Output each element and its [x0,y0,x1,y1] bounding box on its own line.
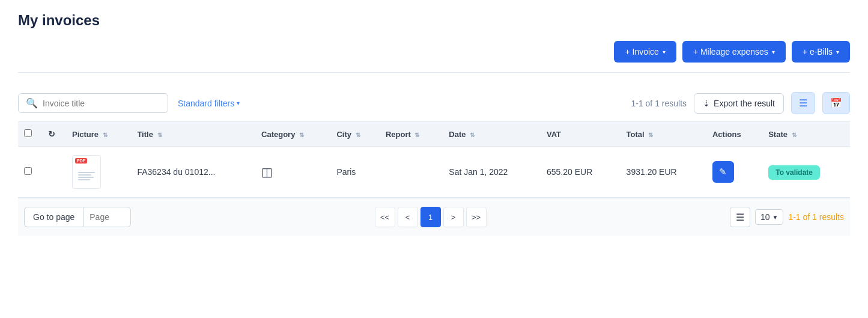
row-total: 3931.20 EUR [627,167,677,177]
state-header: State ⇅ [762,122,850,147]
title-header: Title ⇅ [131,122,255,147]
actions-header: Actions [706,122,762,147]
row-report-cell [380,147,443,198]
total-sort-icon[interactable]: ⇅ [648,132,653,138]
page-title: My invoices [18,12,850,29]
download-icon: ⇣ [703,99,710,108]
row-date-cell: Sat Jan 1, 2022 [443,147,541,198]
last-page-label: >> [472,213,481,222]
city-sort-icon[interactable]: ⇅ [356,132,360,138]
date-sort-icon[interactable]: ⇅ [470,132,475,138]
first-page-button[interactable]: << [375,207,395,227]
pagination-list-icon-button[interactable]: ☰ [730,207,750,227]
row-checkbox-cell [18,147,42,198]
page-number-input[interactable] [83,207,131,227]
go-to-page-label: Go to page [33,212,74,222]
table-header-row: ↻ Picture ⇅ Title ⇅ Category ⇅ City ⇅ [18,122,850,147]
export-button[interactable]: ⇣ Export the result [694,93,784,114]
pagination-center: << < 1 > >> [131,207,730,227]
filter-bar: 🔍 Standard filters ▾ 1-1 of 1 results ⇣ … [18,85,850,122]
next-page-button[interactable]: > [443,207,464,227]
add-invoice-button[interactable]: + Invoice ▾ [614,41,676,63]
per-page-value: 10 [760,212,770,222]
search-icon: 🔍 [26,97,38,109]
invoice-arrow: ▾ [663,49,666,55]
row-picture-cell: PDF [66,147,131,198]
pagination-right: ☰ 10 ▼ 1-1 of 1 results [730,207,844,227]
add-mileage-button[interactable]: + Mileage expenses ▾ [682,41,786,63]
results-count-top: 1-1 of 1 results [631,99,687,108]
select-all-checkbox[interactable] [24,129,32,137]
vat-header: VAT [541,122,621,147]
last-page-button[interactable]: >> [466,207,487,227]
go-to-page-section: Go to page [24,207,131,227]
edit-icon: ✎ [719,167,727,177]
pdf-line-4 [78,179,90,180]
add-ebills-button[interactable]: + e-Bills ▾ [792,41,850,63]
list-view-icon: ☰ [799,97,807,109]
pdf-label: PDF [75,158,87,164]
row-category-cell: ◫ [255,147,330,198]
picture-sort-icon[interactable]: ⇅ [103,132,108,138]
filter-link-label: Standard filters [178,99,234,108]
page-container: My invoices + Invoice ▾ + Mileage expens… [0,0,868,318]
monitor-icon: ◫ [261,165,273,179]
search-box: 🔍 [18,93,168,113]
row-empty-cell [42,147,66,198]
picture-header: Picture ⇅ [66,122,131,147]
search-input[interactable] [43,99,160,108]
total-header: Total ⇅ [621,122,706,147]
pagination-list-icon: ☰ [736,212,744,223]
table-row: PDF FA36234 du 01012... [18,147,850,198]
state-badge: To validate [768,165,820,180]
calendar-view-icon: 📅 [830,97,842,109]
filter-link-arrow: ▾ [237,100,240,106]
standard-filters-link[interactable]: Standard filters ▾ [178,99,240,108]
ebills-label: + e-Bills [803,47,833,57]
list-view-button[interactable]: ☰ [791,92,815,114]
current-page-label: 1 [428,213,432,222]
per-page-select[interactable]: 10 ▼ [755,209,783,225]
row-city: Paris [336,167,356,177]
row-date: Sat Jan 1, 2022 [449,167,508,177]
prev-page-label: < [405,213,410,222]
pdf-thumbnail: PDF [72,155,101,189]
checkbox-header [18,122,42,147]
mileage-label: + Mileage expenses [693,47,768,57]
category-header: Category ⇅ [255,122,330,147]
first-page-label: << [380,213,389,222]
row-state-cell: To validate [762,147,850,198]
per-page-arrow: ▼ [772,214,778,221]
row-checkbox[interactable] [24,167,32,175]
category-sort-icon[interactable]: ⇅ [299,132,304,138]
calendar-view-button[interactable]: 📅 [822,92,850,114]
add-invoice-label: + Invoice [625,47,658,57]
report-sort-icon[interactable]: ⇅ [414,132,419,138]
date-header: Date ⇅ [443,122,541,147]
row-actions-cell: ✎ [706,147,762,198]
refresh-header: ↻ [42,122,66,147]
go-to-page-button[interactable]: Go to page [24,207,83,227]
refresh-icon[interactable]: ↻ [48,129,55,139]
table-wrapper: ↻ Picture ⇅ Title ⇅ Category ⇅ City ⇅ [18,122,850,198]
current-page-button[interactable]: 1 [420,207,441,227]
city-header: City ⇅ [330,122,380,147]
pdf-line-2 [78,174,91,176]
toolbar: + Invoice ▾ + Mileage expenses ▾ + e-Bil… [18,41,850,73]
state-sort-icon[interactable]: ⇅ [792,132,797,138]
prev-page-button[interactable]: < [398,207,418,227]
pdf-line-3 [78,177,94,178]
next-page-label: > [451,213,456,222]
row-total-cell: 3931.20 EUR [621,147,706,198]
row-title: FA36234 du 01012... [137,167,215,177]
ebills-arrow: ▾ [836,49,839,55]
report-header: Report ⇅ [380,122,443,147]
mileage-arrow: ▾ [772,49,775,55]
title-sort-icon[interactable]: ⇅ [157,132,162,138]
pdf-line-1 [78,172,95,173]
row-vat: 655.20 EUR [547,167,592,177]
row-vat-cell: 655.20 EUR [541,147,621,198]
row-title-cell: FA36234 du 01012... [131,147,255,198]
edit-button[interactable]: ✎ [712,161,734,183]
pagination-bar: Go to page << < 1 > >> ☰ [18,198,850,236]
